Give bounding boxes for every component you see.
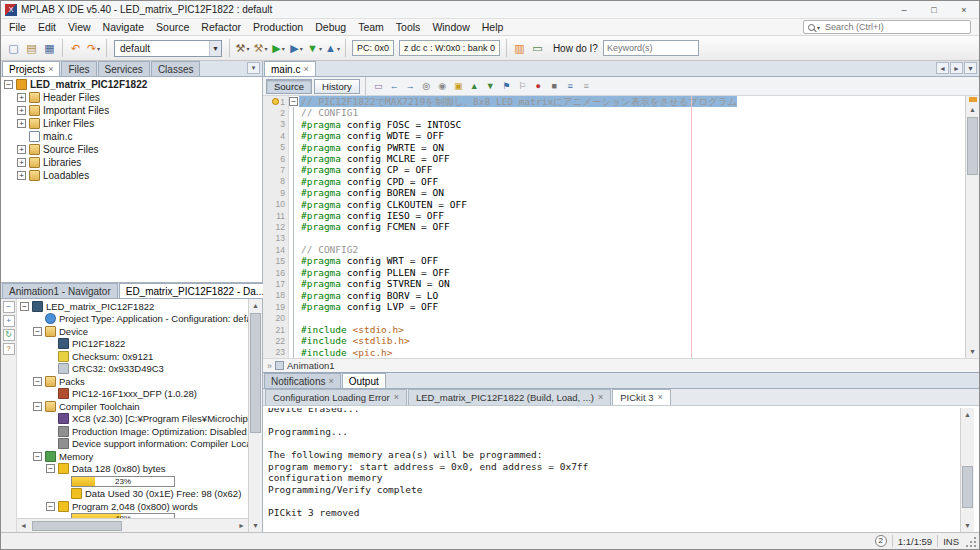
menu-debug[interactable]: Debug [309, 19, 352, 35]
scroll-up-icon[interactable]: ▲ [966, 103, 979, 116]
menu-view[interactable]: View [62, 19, 97, 35]
horizontal-scrollbar[interactable]: ◄ ► [17, 518, 248, 532]
close-button[interactable]: × [949, 1, 979, 18]
scroll-up-icon[interactable]: ▲ [961, 408, 974, 421]
chevron-down-icon[interactable]: ▾ [337, 45, 340, 52]
back-icon[interactable]: ← [387, 79, 402, 94]
chevron-down-icon[interactable]: ▾ [282, 45, 285, 52]
vertical-scrollbar[interactable]: ▲ ▼ [248, 299, 262, 532]
close-icon[interactable]: × [657, 393, 662, 402]
tab-output[interactable]: Output [342, 373, 386, 388]
collapse-panel-button[interactable]: ▾ [247, 62, 260, 74]
tab-scroll-left-button[interactable]: ◄ [936, 62, 949, 74]
scroll-left-icon[interactable]: ◄ [17, 519, 30, 532]
tree-item[interactable]: −Memory [17, 450, 248, 463]
editor-tab-main-c[interactable]: main.c× [264, 61, 316, 76]
close-icon[interactable]: × [328, 377, 333, 386]
source-view-button[interactable]: Source [266, 79, 312, 94]
tree-item[interactable]: +Linker Files [1, 117, 262, 130]
tree-item[interactable]: 23% [17, 475, 248, 488]
output-content[interactable]: Device Erased... Programming... The foll… [263, 406, 979, 532]
tab-scroll-right-button[interactable]: ► [950, 62, 963, 74]
scroll-down-icon[interactable]: ▼ [966, 345, 979, 358]
tab-files[interactable]: Files [61, 61, 96, 76]
next-bookmark-icon[interactable]: ⚐ [515, 79, 530, 94]
output-doc-tab-pickit-3[interactable]: PICkit 3× [612, 389, 671, 405]
expander-icon[interactable]: − [33, 452, 42, 461]
output-doc-tab-led-matrix-pic12f1822-build-load[interactable]: LED_matrix_PIC12F1822 (Build, Load, ...)… [408, 389, 611, 405]
keyword-search-box[interactable] [603, 40, 699, 56]
incremental-search-icon[interactable]: ◉ [435, 79, 450, 94]
scrollbar-thumb[interactable] [967, 117, 978, 175]
chevron-down-icon[interactable]: ▾ [97, 45, 100, 52]
global-search-box[interactable]: ▾ [803, 20, 971, 34]
menu-window[interactable]: Window [426, 19, 475, 35]
expander-icon[interactable]: + [17, 158, 26, 167]
tab-notifications[interactable]: Notifications× [264, 373, 341, 388]
minimize-button[interactable]: – [889, 1, 919, 18]
tree-item[interactable]: CRC32: 0x933D49C3 [17, 363, 248, 376]
tree-item[interactable]: −Data 128 (0x80) bytes [17, 463, 248, 476]
tree-item[interactable]: PIC12F1822 [17, 338, 248, 351]
scrollbar-thumb[interactable] [962, 466, 973, 508]
tree-item[interactable]: +Important Files [1, 104, 262, 117]
expander-icon[interactable]: + [17, 171, 26, 180]
search-input[interactable] [823, 21, 970, 33]
expander-icon[interactable]: − [4, 80, 13, 89]
menu-navigate[interactable]: Navigate [97, 19, 150, 35]
tree-item[interactable]: Project Type: Application - Configuratio… [17, 313, 248, 326]
expander-icon[interactable]: − [46, 502, 55, 511]
maximize-button[interactable]: □ [919, 1, 949, 18]
clean-build-project-icon[interactable]: ⚒▾ [252, 39, 269, 57]
menu-refactor[interactable]: Refactor [195, 19, 247, 35]
keyword-input[interactable] [604, 43, 698, 53]
collapse-all-icon[interactable]: − [3, 301, 15, 313]
build-project-icon[interactable]: ⚒▾ [234, 39, 251, 57]
tree-item[interactable]: −Device [17, 325, 248, 338]
run-project-icon[interactable]: ▶▾ [270, 39, 287, 57]
close-icon[interactable]: × [394, 393, 399, 402]
next-occurrence-icon[interactable]: ▼ [483, 79, 498, 94]
toggle-bookmark-icon[interactable]: ⚑ [499, 79, 514, 94]
previous-occurrence-icon[interactable]: ▲ [467, 79, 482, 94]
save-all-icon[interactable]: ▦ [41, 39, 58, 57]
expander-icon[interactable]: + [17, 119, 26, 128]
menu-team[interactable]: Team [352, 19, 390, 35]
comment-lines-icon[interactable]: ≡ [563, 79, 578, 94]
menu-help[interactable]: Help [476, 19, 510, 35]
expander-icon[interactable]: − [46, 464, 55, 473]
tab-ed-matrix-pic12f1822-da[interactable]: ED_matrix_PIC12F1822 - Da...× [119, 283, 280, 298]
tree-item[interactable]: XC8 (v2.30) [C:¥Program Files¥Microchip¥… [17, 413, 248, 426]
tree-item[interactable]: −LED_matrix_PIC12F1822 [17, 300, 248, 313]
tree-item[interactable]: +Libraries [1, 156, 262, 169]
expander-icon[interactable]: + [17, 106, 26, 115]
find-selection-icon[interactable]: ◎ [419, 79, 434, 94]
dashboard-tree[interactable]: −LED_matrix_PIC12F1822Project Type: Appl… [17, 299, 248, 518]
output-doc-tab-configuration-loading-error[interactable]: Configuration Loading Error× [265, 389, 407, 405]
scrollbar-thumb[interactable] [32, 521, 122, 531]
scroll-down-icon[interactable]: ▼ [961, 519, 974, 532]
fold-collapse-icon[interactable]: − [289, 97, 298, 106]
power-monitor-icon[interactable]: ▭ [529, 39, 546, 57]
open-project-icon[interactable]: ▤ [23, 39, 40, 57]
menu-tools[interactable]: Tools [390, 19, 427, 35]
chevron-down-icon[interactable]: ▾ [319, 45, 322, 52]
make-and-program-device-icon[interactable]: ▼▾ [306, 39, 323, 57]
shopping-cart-icon[interactable]: ▥ [511, 39, 528, 57]
scroll-up-icon[interactable]: ▲ [249, 299, 262, 312]
code-area[interactable]: 1−// PIC12F1822でMAX7219を制御し、8x8 LED matr… [263, 96, 979, 358]
menu-production[interactable]: Production [247, 19, 309, 35]
tab-animation1-navigator[interactable]: Animation1 - Navigator [2, 283, 118, 298]
expand-all-icon[interactable]: + [3, 315, 15, 327]
stop-macro-icon[interactable]: ■ [547, 79, 562, 94]
debug-project-icon[interactable]: ▶▾ [288, 39, 305, 57]
close-icon[interactable]: × [303, 65, 308, 74]
projects-tree[interactable]: −LED_matrix_PIC12F1822+Header Files+Impo… [1, 77, 262, 282]
notifications-badge[interactable]: 2 [875, 535, 887, 547]
tree-item[interactable]: −Compiler Toolchain [17, 400, 248, 413]
configuration-select[interactable]: default ▼ [114, 40, 222, 57]
tab-projects[interactable]: Projects× [2, 61, 60, 76]
chevron-down-icon[interactable]: ▾ [264, 45, 267, 52]
close-icon[interactable]: × [598, 393, 603, 402]
close-icon[interactable]: × [48, 65, 53, 74]
